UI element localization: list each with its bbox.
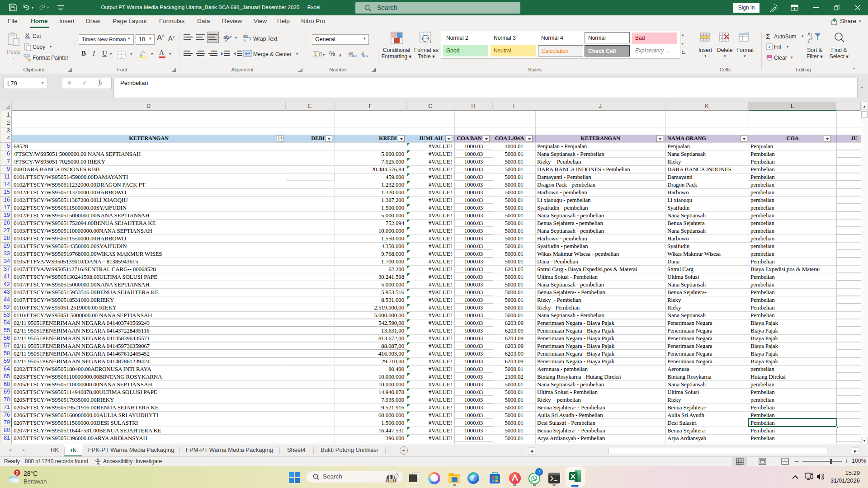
svg-text:0: 0 bbox=[367, 54, 368, 57]
svg-text:0: 0 bbox=[355, 54, 357, 57]
svg-text:Z: Z bbox=[807, 38, 810, 43]
svg-text:.0: .0 bbox=[361, 52, 364, 56]
svg-text:.00: .00 bbox=[348, 52, 354, 56]
svg-text:$: $ bbox=[314, 52, 317, 57]
svg-text:A: A bbox=[807, 32, 811, 37]
